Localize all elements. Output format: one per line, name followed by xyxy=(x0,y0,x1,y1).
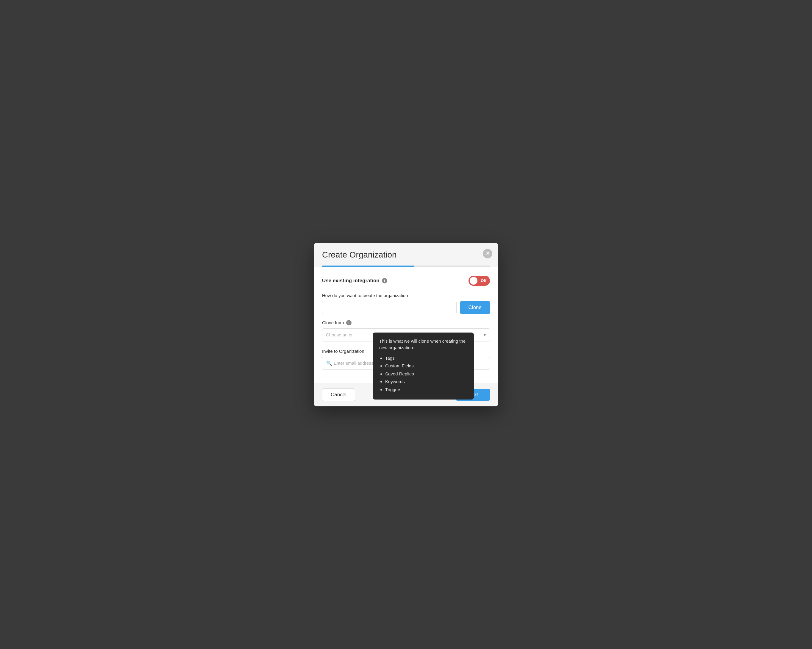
org-name-input[interactable] xyxy=(322,301,456,314)
clone-button[interactable]: Clone xyxy=(460,301,490,314)
toggle-thumb xyxy=(470,277,478,285)
cancel-button[interactable]: Cancel xyxy=(322,388,355,401)
search-icon: 🔍 xyxy=(326,360,332,366)
integration-info-icon[interactable]: i xyxy=(382,278,387,283)
toggle-switch[interactable]: Off xyxy=(469,276,490,286)
close-icon: ✕ xyxy=(486,250,490,257)
invite-search-wrapper: 🔍 xyxy=(322,357,490,370)
create-organization-modal: Create Organization ✕ Use existing integ… xyxy=(314,243,498,406)
invite-label: Invite to Organization xyxy=(322,349,490,354)
modal-footer: Cancel Next xyxy=(314,383,498,406)
modal-body: Use existing integration i Off How do yo… xyxy=(314,267,498,383)
progress-bar-container xyxy=(322,266,490,267)
modal-backdrop: Create Organization ✕ Use existing integ… xyxy=(0,243,812,406)
progress-bar-fill xyxy=(322,266,414,267)
use-existing-integration-row: Use existing integration i Off xyxy=(322,276,490,286)
org-name-row: Clone xyxy=(322,301,490,314)
modal-title: Create Organization xyxy=(322,250,490,266)
close-button[interactable]: ✕ xyxy=(483,249,492,258)
modal-header: Create Organization ✕ xyxy=(314,243,498,267)
invite-search-input[interactable] xyxy=(322,357,490,370)
how-to-create-label: How do you want to create the organizati… xyxy=(322,293,490,298)
tooltip-item-saved-replies: Saved Replies xyxy=(385,371,467,377)
next-button[interactable]: Next xyxy=(456,389,490,401)
clone-from-select-wrapper[interactable]: Choose an or ▾ xyxy=(322,328,490,342)
clone-from-label: Clone from xyxy=(322,320,344,325)
toggle-container[interactable]: Off xyxy=(469,276,490,286)
use-existing-integration-label: Use existing integration i xyxy=(322,278,387,284)
toggle-track: Off xyxy=(469,276,490,286)
toggle-label: Off xyxy=(481,278,488,283)
clone-from-info-icon[interactable]: i xyxy=(346,320,351,325)
clone-from-row: Clone from i This is what we will clone … xyxy=(322,320,490,325)
clone-from-select[interactable]: Choose an or xyxy=(322,328,490,342)
